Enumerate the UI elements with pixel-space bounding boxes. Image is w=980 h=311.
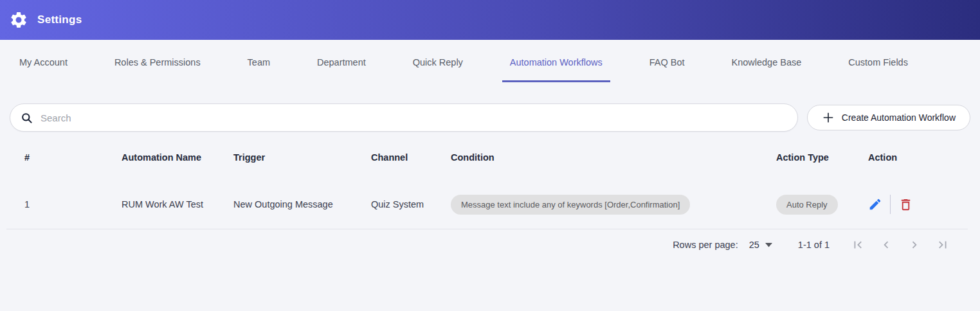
create-button-label: Create Automation Workflow <box>842 112 956 123</box>
row-actions <box>868 195 970 214</box>
app-header: Settings <box>0 0 980 40</box>
table-row: 1 RUM Work AW Test New Outgoing Message … <box>0 182 980 227</box>
row-condition: Message text include any of keywords [Or… <box>451 195 776 215</box>
col-condition: Condition <box>451 152 776 163</box>
col-index: # <box>24 152 122 163</box>
create-automation-workflow-button[interactable]: Create Automation Workflow <box>807 105 970 130</box>
last-page-icon <box>936 238 950 252</box>
col-channel: Channel <box>371 152 451 163</box>
delete-icon <box>898 197 913 212</box>
previous-page-icon <box>879 238 893 252</box>
last-page-button[interactable] <box>936 238 950 252</box>
chevron-down-icon <box>765 243 772 247</box>
rows-per-page-label: Rows per page: <box>673 240 738 250</box>
condition-chip: Message text include any of keywords [Or… <box>451 195 690 215</box>
tab-quick-reply[interactable]: Quick Reply <box>405 40 471 82</box>
edit-icon <box>868 197 882 211</box>
previous-page-button[interactable] <box>879 238 893 252</box>
delete-button[interactable] <box>898 197 913 212</box>
action-type-chip: Auto Reply <box>776 195 838 215</box>
search-input[interactable] <box>41 112 787 123</box>
pager-controls <box>844 238 957 252</box>
search-box[interactable] <box>10 103 798 132</box>
row-automation-name: RUM Work AW Test <box>122 199 233 209</box>
row-trigger: New Outgoing Message <box>233 199 371 209</box>
edit-button[interactable] <box>868 197 882 211</box>
toolbar: Create Automation Workflow <box>10 103 970 132</box>
pagination-bar: Rows per page: 25 1-1 of 1 <box>0 238 980 252</box>
col-automation-name: Automation Name <box>122 152 233 163</box>
pagination-range: 1-1 of 1 <box>798 240 830 250</box>
rows-per-page-select[interactable]: 25 <box>749 240 772 250</box>
tab-faq-bot[interactable]: FAQ Bot <box>642 40 693 82</box>
plus-icon <box>822 111 835 124</box>
action-divider <box>890 195 891 214</box>
tab-my-account[interactable]: My Account <box>12 40 75 82</box>
rows-per-page-value: 25 <box>749 240 759 250</box>
col-action: Action <box>868 152 970 163</box>
next-page-icon <box>907 238 921 252</box>
search-icon <box>21 112 33 124</box>
row-action-type: Auto Reply <box>776 195 868 215</box>
table-bottom-divider <box>6 229 968 229</box>
tab-custom-fields[interactable]: Custom Fields <box>840 40 916 82</box>
col-trigger: Trigger <box>233 152 371 163</box>
settings-tabbar: My Account Roles & Permissions Team Depa… <box>0 40 980 82</box>
first-page-button[interactable] <box>851 238 865 252</box>
row-channel: Quiz System <box>371 199 451 209</box>
tab-team[interactable]: Team <box>240 40 278 82</box>
tab-automation-workflows[interactable]: Automation Workflows <box>502 40 610 82</box>
tab-knowledge-base[interactable]: Knowledge Base <box>723 40 809 82</box>
first-page-icon <box>851 238 865 252</box>
tab-roles-permissions[interactable]: Roles & Permissions <box>107 40 208 82</box>
row-index: 1 <box>24 199 122 209</box>
next-page-button[interactable] <box>907 238 921 252</box>
page-title: Settings <box>37 13 82 26</box>
table-header: # Automation Name Trigger Channel Condit… <box>0 152 980 163</box>
gear-icon <box>9 10 28 30</box>
col-action-type: Action Type <box>776 152 868 163</box>
tab-department[interactable]: Department <box>309 40 374 82</box>
